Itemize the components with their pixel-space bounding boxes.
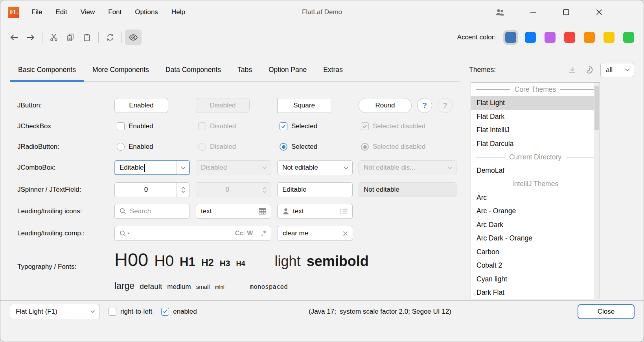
look-and-feel-value: Flat Light (F1) bbox=[16, 308, 57, 316]
close-button-window[interactable] bbox=[590, 6, 608, 19]
scrollbar-track[interactable] bbox=[594, 83, 600, 299]
accent-color-swatch[interactable] bbox=[545, 32, 556, 43]
combobox-not-editable[interactable]: Not editable bbox=[277, 160, 353, 175]
theme-list-item[interactable]: Arc Dark - Orange bbox=[471, 231, 600, 245]
tab[interactable]: Tabs bbox=[229, 58, 260, 81]
menu-item[interactable]: Help bbox=[165, 6, 192, 18]
chevron-down-icon[interactable] bbox=[339, 161, 352, 175]
enabled-button[interactable]: Enabled bbox=[114, 98, 168, 113]
show-hover-eye-icon[interactable] bbox=[125, 30, 142, 45]
accent-color-swatch[interactable] bbox=[623, 32, 634, 43]
table-icon[interactable] bbox=[259, 208, 266, 214]
theme-list-item[interactable]: Flat Dark bbox=[471, 110, 600, 124]
paste-icon[interactable] bbox=[79, 30, 95, 45]
h0-sample: H0 bbox=[154, 252, 174, 270]
theme-list-item[interactable]: Arc Dark bbox=[471, 218, 600, 232]
theme-list-item[interactable]: Arc bbox=[471, 191, 600, 205]
clear-icon[interactable] bbox=[343, 231, 348, 236]
menu-item[interactable]: Font bbox=[101, 6, 128, 18]
scrollbar-thumb[interactable] bbox=[594, 86, 599, 130]
theme-list-item[interactable]: Flat Light bbox=[471, 96, 600, 110]
square-button[interactable]: Square bbox=[277, 98, 331, 113]
checkbox-selected[interactable] bbox=[280, 122, 287, 130]
tab[interactable]: Data Components bbox=[157, 58, 229, 81]
back-icon[interactable] bbox=[6, 30, 22, 45]
theme-list-item[interactable]: Arc - Orange bbox=[471, 204, 600, 218]
text-caret bbox=[144, 164, 145, 172]
clearable-text-field[interactable]: clear me bbox=[278, 226, 353, 241]
text-field-with-person-icon[interactable]: text bbox=[277, 204, 353, 219]
tab[interactable]: Extras bbox=[315, 58, 351, 81]
textfield-editable[interactable]: Editable bbox=[277, 182, 353, 197]
spinner[interactable]: 0 bbox=[114, 182, 190, 197]
themes-filter-combobox[interactable]: all bbox=[600, 63, 634, 77]
theme-list-item[interactable]: Cobalt 2 bbox=[471, 259, 600, 272]
accent-color-swatch[interactable] bbox=[505, 32, 516, 43]
menu-item[interactable]: Edit bbox=[49, 6, 74, 18]
tab[interactable]: More Components bbox=[84, 58, 157, 81]
look-and-feel-combobox[interactable]: Flat Light (F1) bbox=[10, 304, 99, 319]
search-menu-icon[interactable] bbox=[120, 230, 130, 237]
combobox-disabled-value: Disabled bbox=[201, 164, 227, 172]
combobox-editable[interactable]: Editable bbox=[114, 160, 190, 175]
text-value: text bbox=[201, 207, 212, 215]
toolbar-separator bbox=[121, 32, 122, 43]
whole-word-button[interactable]: W bbox=[247, 230, 253, 237]
copy-icon[interactable] bbox=[62, 30, 79, 45]
users-icon[interactable] bbox=[491, 6, 509, 19]
right-to-left-checkbox[interactable] bbox=[109, 308, 116, 316]
radio-disabled-label: Disabled bbox=[210, 143, 236, 151]
theme-list-item[interactable]: Flat Darcula bbox=[471, 137, 600, 151]
maximize-button[interactable] bbox=[557, 6, 575, 19]
forward-icon[interactable] bbox=[22, 30, 39, 45]
status-info: (Java 17; system scale factor 2.0; Segoe… bbox=[309, 308, 451, 316]
download-icon[interactable] bbox=[569, 67, 576, 73]
checkbox-selected-disabled bbox=[361, 122, 369, 130]
chevron-down-icon[interactable] bbox=[177, 161, 190, 174]
accent-color-swatch[interactable] bbox=[604, 32, 615, 43]
enabled-checkbox[interactable] bbox=[161, 308, 169, 316]
h00-sample: H00 bbox=[114, 249, 148, 270]
theme-list-item[interactable]: Flat IntelliJ bbox=[471, 123, 600, 137]
theme-list-item[interactable]: Dark Flat bbox=[471, 286, 600, 299]
accent-color-swatch[interactable] bbox=[525, 32, 536, 43]
search-field[interactable]: Search bbox=[114, 204, 190, 219]
spinner-up-down-icons[interactable] bbox=[177, 183, 190, 197]
radio-enabled[interactable] bbox=[117, 143, 125, 151]
chevron-down-icon bbox=[127, 233, 130, 234]
right-to-left-label: right-to-left bbox=[120, 308, 152, 316]
theme-list-item[interactable]: DemoLaf bbox=[471, 164, 600, 177]
radio-selected[interactable] bbox=[280, 143, 287, 151]
regex-button[interactable]: .* bbox=[261, 229, 266, 238]
round-button[interactable]: Round bbox=[359, 98, 412, 113]
tab[interactable]: Option Pane bbox=[260, 58, 315, 81]
accent-color-swatch[interactable] bbox=[564, 32, 575, 43]
theme-list-item[interactable]: Cyan light bbox=[471, 272, 600, 286]
refresh-icon[interactable] bbox=[102, 30, 118, 45]
chevron-down-icon bbox=[625, 68, 630, 71]
checkbox-enabled[interactable] bbox=[117, 122, 125, 130]
close-button[interactable]: Close bbox=[578, 304, 635, 319]
jcheckbox-label: JCheckBox bbox=[17, 122, 51, 130]
chevron-down-icon bbox=[443, 161, 456, 175]
menu-item[interactable]: View bbox=[74, 6, 102, 18]
flatlaf-logo: FL bbox=[8, 7, 19, 18]
checkbox-selected-label: Selected bbox=[291, 122, 317, 130]
list-icon[interactable] bbox=[340, 208, 348, 214]
cut-icon[interactable] bbox=[46, 30, 62, 45]
menu-item[interactable]: File bbox=[25, 6, 49, 18]
tab[interactable]: Basic Components bbox=[10, 58, 84, 81]
accent-swatches bbox=[505, 32, 634, 43]
text-field-with-table-icon[interactable]: text bbox=[196, 204, 271, 219]
menu-item[interactable]: Options bbox=[128, 6, 165, 18]
search-field-with-options[interactable]: Cc W .* bbox=[114, 226, 271, 241]
statusbar: Flat Light (F1) right-to-left enabled (J… bbox=[0, 300, 644, 342]
theme-list-item[interactable]: Carbon bbox=[471, 245, 600, 259]
search-placeholder: Search bbox=[130, 207, 151, 215]
help-button[interactable]: ? bbox=[417, 98, 432, 113]
github-icon[interactable] bbox=[585, 66, 593, 74]
match-case-button[interactable]: Cc bbox=[235, 230, 243, 237]
accent-color-swatch[interactable] bbox=[584, 32, 595, 43]
chevron-down-icon bbox=[90, 310, 95, 313]
minimize-button[interactable] bbox=[524, 6, 542, 19]
